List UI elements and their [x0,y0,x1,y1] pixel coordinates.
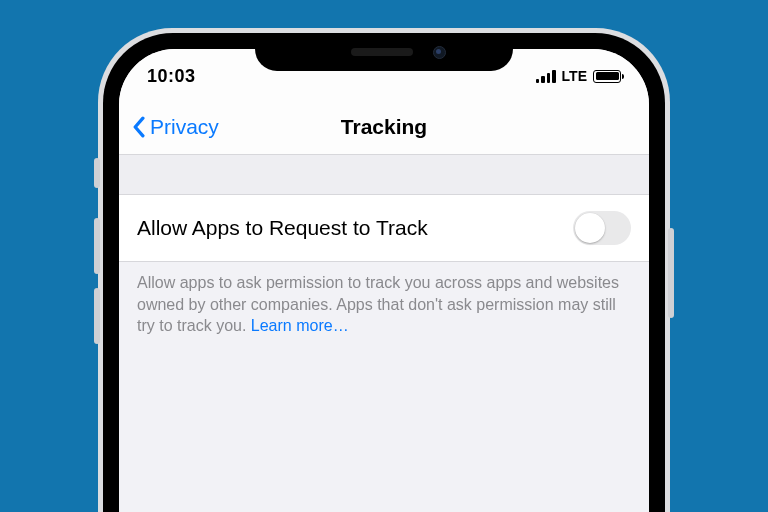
navigation-bar: Privacy Tracking [119,99,649,155]
allow-tracking-cell[interactable]: Allow Apps to Request to Track [119,195,649,262]
cellular-signal-icon [536,70,556,83]
section-spacer [119,155,649,195]
speaker-grille [351,48,413,56]
screen: 10:03 LTE Privacy Tracking [119,49,649,512]
power-button [668,228,674,318]
switch-knob [575,213,605,243]
back-button[interactable]: Privacy [131,115,219,139]
volume-down-button [94,288,100,344]
learn-more-link[interactable]: Learn more… [251,317,349,334]
footer-description: Allow apps to ask permission to track yo… [137,274,619,334]
back-label: Privacy [150,115,219,139]
silence-switch [94,158,100,188]
network-label: LTE [562,68,587,84]
status-time: 10:03 [147,62,196,87]
volume-up-button [94,218,100,274]
allow-tracking-switch[interactable] [573,211,631,245]
phone-frame: 10:03 LTE Privacy Tracking [98,28,670,512]
front-camera [433,46,446,59]
allow-tracking-label: Allow Apps to Request to Track [137,216,428,240]
battery-icon [593,70,621,83]
notch [255,33,513,71]
chevron-left-icon [131,116,146,138]
setting-footer-text: Allow apps to ask permission to track yo… [119,262,649,337]
